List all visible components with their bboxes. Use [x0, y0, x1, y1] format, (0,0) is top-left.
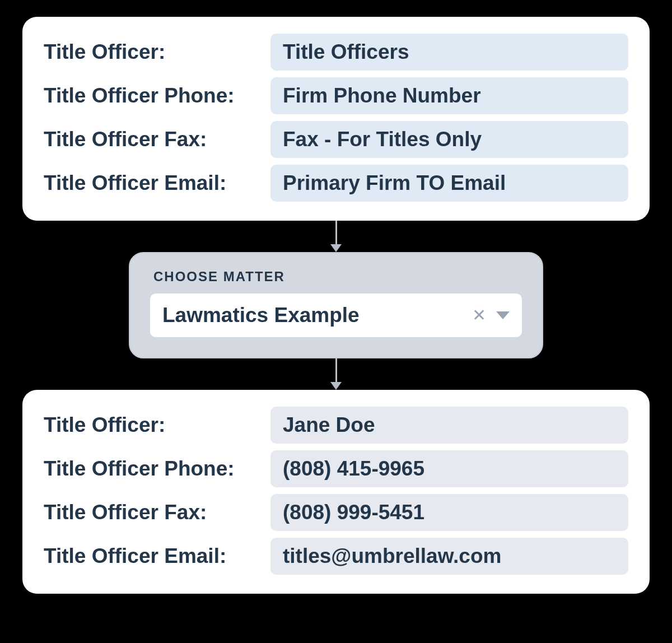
flow-connector	[330, 221, 342, 252]
field-value: (808) 999-5451	[270, 494, 628, 531]
field-label: Title Officer:	[44, 40, 270, 64]
connector-line	[335, 358, 337, 382]
field-row: Title Officer Fax: Fax - For Titles Only	[44, 121, 628, 158]
choose-matter-label: CHOOSE MATTER	[153, 269, 522, 285]
field-row: Title Officer Email: Primary Firm TO Ema…	[44, 165, 628, 202]
field-value: Jane Doe	[270, 407, 628, 444]
arrow-down-icon	[330, 244, 342, 252]
field-label: Title Officer Email:	[44, 171, 270, 195]
matter-select-controls: ✕	[472, 307, 510, 324]
field-label: Title Officer Phone:	[44, 84, 270, 108]
result-fields-card: Title Officer: Jane Doe Title Officer Ph…	[22, 390, 650, 594]
field-label: Title Officer Phone:	[44, 457, 270, 481]
arrow-down-icon	[330, 382, 342, 390]
chevron-down-icon[interactable]	[496, 311, 510, 319]
field-label: Title Officer Fax:	[44, 501, 270, 524]
field-value-placeholder: Title Officers	[270, 34, 628, 71]
field-row: Title Officer: Title Officers	[44, 34, 628, 71]
choose-matter-card: CHOOSE MATTER Lawmatics Example ✕	[129, 252, 543, 358]
field-row: Title Officer Email: titles@umbrellaw.co…	[44, 538, 628, 575]
field-value: (808) 415-9965	[270, 450, 628, 487]
clear-icon[interactable]: ✕	[472, 307, 486, 324]
field-value-placeholder: Firm Phone Number	[270, 77, 628, 114]
field-value-placeholder: Primary Firm TO Email	[270, 165, 628, 202]
field-label: Title Officer Email:	[44, 544, 270, 568]
field-row: Title Officer Fax: (808) 999-5451	[44, 494, 628, 531]
field-value-placeholder: Fax - For Titles Only	[270, 121, 628, 158]
connector-line	[335, 221, 337, 244]
field-label: Title Officer Fax:	[44, 128, 270, 151]
field-row: Title Officer Phone: Firm Phone Number	[44, 77, 628, 114]
matter-select[interactable]: Lawmatics Example ✕	[150, 293, 522, 337]
matter-select-value: Lawmatics Example	[162, 304, 472, 327]
field-label: Title Officer:	[44, 413, 270, 437]
field-value: titles@umbrellaw.com	[270, 538, 628, 575]
template-fields-card: Title Officer: Title Officers Title Offi…	[22, 17, 650, 221]
field-row: Title Officer Phone: (808) 415-9965	[44, 450, 628, 487]
flow-connector	[330, 358, 342, 390]
field-row: Title Officer: Jane Doe	[44, 407, 628, 444]
